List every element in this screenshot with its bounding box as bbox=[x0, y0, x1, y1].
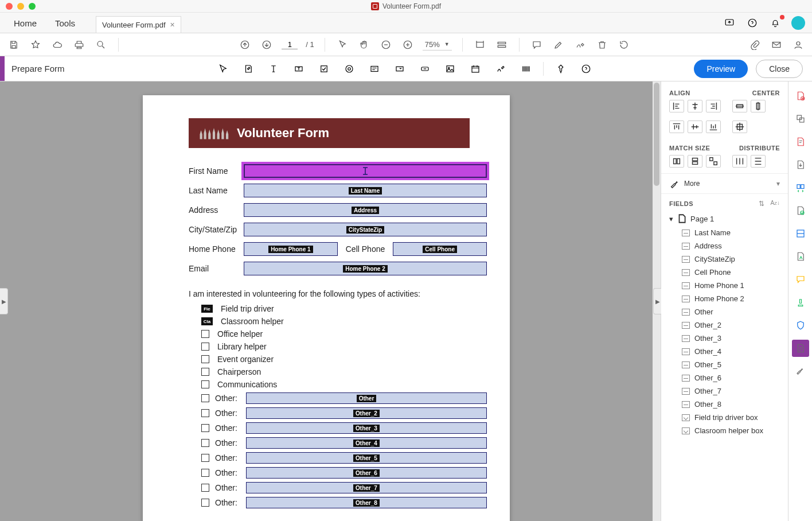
dropdown-tool-icon[interactable] bbox=[392, 61, 408, 77]
checkbox-other-1[interactable] bbox=[201, 394, 209, 402]
signature-field-tool-icon[interactable] bbox=[493, 61, 509, 77]
rail-edit-icon[interactable] bbox=[792, 133, 809, 150]
barcode-tool-icon[interactable] bbox=[518, 61, 534, 77]
field-other-3[interactable]: Other_3 bbox=[246, 422, 487, 434]
field-list-item[interactable]: Last Name bbox=[666, 226, 783, 239]
rail-export-icon[interactable] bbox=[792, 156, 809, 173]
rail-scan-icon[interactable] bbox=[792, 225, 809, 242]
pin-tool-icon[interactable] bbox=[553, 61, 569, 77]
field-other-1[interactable]: Other bbox=[246, 392, 487, 404]
field-other-2[interactable]: Other_2 bbox=[246, 407, 487, 419]
hand-tool-icon[interactable] bbox=[357, 38, 371, 52]
preview-button[interactable]: Preview bbox=[694, 60, 748, 78]
checkbox-tool-icon[interactable] bbox=[316, 61, 332, 77]
field-list-item[interactable]: Other_3 bbox=[666, 332, 783, 345]
fit-width-icon[interactable] bbox=[473, 38, 487, 52]
print-icon[interactable] bbox=[72, 38, 86, 52]
checkbox-classroom[interactable]: Cla bbox=[201, 317, 213, 325]
rail-comment-icon[interactable] bbox=[792, 271, 809, 288]
image-field-tool-icon[interactable] bbox=[442, 61, 458, 77]
field-address[interactable]: Address bbox=[244, 203, 487, 217]
field-list-item[interactable]: Other_4 bbox=[666, 345, 783, 358]
date-field-tool-icon[interactable] bbox=[467, 61, 483, 77]
align-middle-icon[interactable] bbox=[688, 120, 702, 133]
field-list-item[interactable]: Other_6 bbox=[666, 371, 783, 384]
zoom-out-icon[interactable] bbox=[379, 38, 393, 52]
profile-icon[interactable] bbox=[791, 38, 805, 52]
find-icon[interactable] bbox=[94, 38, 108, 52]
field-list-item[interactable]: CityStateZip bbox=[666, 252, 783, 266]
field-list-item[interactable]: Other_2 bbox=[666, 318, 783, 332]
rail-protect-icon[interactable] bbox=[792, 317, 809, 334]
align-bottom-icon[interactable] bbox=[706, 120, 721, 133]
list-tool-icon[interactable] bbox=[366, 61, 382, 77]
tree-page-1[interactable]: ▾ Page 1 bbox=[666, 211, 783, 226]
align-center-h-icon[interactable] bbox=[688, 100, 702, 112]
align-left-icon[interactable] bbox=[669, 100, 684, 112]
checkbox-chair[interactable] bbox=[201, 368, 209, 376]
field-home-phone-1[interactable]: Home Phone 1 bbox=[244, 242, 338, 256]
rail-combine-icon[interactable] bbox=[792, 110, 809, 127]
field-list-item[interactable]: Other bbox=[666, 305, 783, 318]
document-tab[interactable]: Volunteer Form.pdf × bbox=[96, 16, 181, 33]
checkbox-other-3[interactable] bbox=[201, 424, 209, 432]
center-v-icon[interactable] bbox=[751, 100, 766, 112]
center-h-icon[interactable] bbox=[732, 100, 747, 112]
checkbox-other-2[interactable] bbox=[201, 409, 209, 417]
selection-tool-icon[interactable] bbox=[215, 61, 231, 77]
sort-icon[interactable]: ⇅ bbox=[759, 200, 764, 208]
align-top-icon[interactable] bbox=[669, 120, 684, 133]
field-other-4[interactable]: Other_4 bbox=[246, 437, 487, 449]
match-width-icon[interactable] bbox=[669, 155, 684, 168]
field-other-8[interactable]: Other_8 bbox=[246, 497, 487, 508]
help-icon[interactable] bbox=[745, 16, 759, 30]
checkbox-other-5[interactable] bbox=[201, 454, 209, 462]
center-both-icon[interactable] bbox=[732, 120, 747, 133]
field-other-6[interactable]: Other_6 bbox=[246, 467, 487, 479]
field-list-item[interactable]: Home Phone 2 bbox=[666, 292, 783, 305]
email-icon[interactable] bbox=[770, 38, 783, 52]
match-both-icon[interactable] bbox=[706, 155, 721, 168]
checkbox-event[interactable] bbox=[201, 355, 209, 363]
page-down-icon[interactable] bbox=[260, 38, 274, 52]
checkbox-comm[interactable] bbox=[201, 380, 209, 388]
rail-prepare-form-icon[interactable] bbox=[792, 340, 809, 357]
field-list-item[interactable]: Other_5 bbox=[666, 358, 783, 371]
field-other-7[interactable]: Other_7 bbox=[246, 482, 487, 493]
left-panel-toggle[interactable]: ▶ bbox=[0, 288, 8, 314]
field-list-item[interactable]: Clasroom helper box bbox=[666, 424, 783, 437]
field-first-name[interactable] bbox=[244, 164, 487, 178]
more-row[interactable]: More ▾ bbox=[661, 173, 788, 194]
checkbox-other-6[interactable] bbox=[201, 469, 209, 477]
text-field-box-tool-icon[interactable] bbox=[291, 61, 307, 77]
field-list-item[interactable]: Other_8 bbox=[666, 398, 783, 411]
rail-more-tools-icon[interactable] bbox=[792, 363, 809, 380]
page-number-input[interactable] bbox=[282, 40, 298, 49]
field-last-name[interactable]: Last Name bbox=[244, 184, 487, 197]
distribute-v-icon[interactable] bbox=[751, 155, 766, 168]
rail-create-pdf-icon[interactable] bbox=[792, 87, 809, 104]
button-tool-icon[interactable] bbox=[417, 61, 433, 77]
notifications-icon[interactable] bbox=[768, 16, 782, 30]
field-other-5[interactable]: Other_5 bbox=[246, 452, 487, 464]
attachment-icon[interactable] bbox=[748, 38, 762, 52]
field-list-item[interactable]: Cell Phone bbox=[666, 266, 783, 279]
distribute-h-icon[interactable] bbox=[732, 155, 747, 168]
field-csz[interactable]: CityStateZip bbox=[244, 223, 487, 236]
page-up-icon[interactable] bbox=[238, 38, 252, 52]
sort-az-icon[interactable]: AZ↓ bbox=[770, 200, 780, 208]
checkbox-library[interactable] bbox=[201, 343, 209, 351]
form-help-icon[interactable] bbox=[578, 61, 594, 77]
zoom-select[interactable]: 75%▼ bbox=[423, 39, 452, 50]
checkbox-other-7[interactable] bbox=[201, 484, 209, 492]
field-email[interactable]: Home Phone 2 bbox=[244, 262, 487, 275]
delete-icon[interactable] bbox=[595, 38, 609, 52]
tab-tools[interactable]: Tools bbox=[46, 14, 84, 33]
radio-tool-icon[interactable] bbox=[341, 61, 357, 77]
text-field-tool-icon[interactable] bbox=[266, 61, 282, 77]
zoom-in-icon[interactable] bbox=[401, 38, 415, 52]
tab-home[interactable]: Home bbox=[5, 14, 46, 33]
checkbox-field-trip[interactable]: Fie bbox=[201, 305, 213, 313]
sign-icon[interactable] bbox=[573, 38, 587, 52]
rail-request-icon[interactable] bbox=[792, 248, 809, 265]
